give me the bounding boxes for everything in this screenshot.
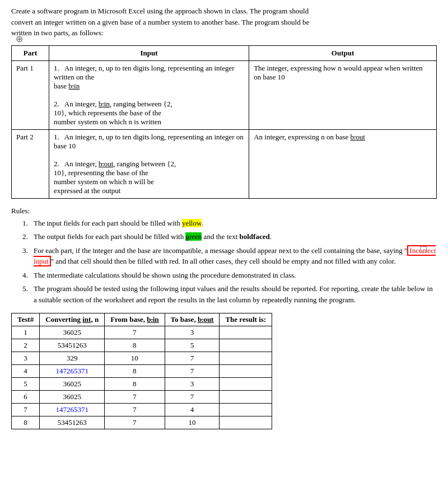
yellow-highlight: yellow: [182, 219, 202, 227]
table-row: Part 2 1. An integer, n, up to ten digit…: [12, 129, 437, 198]
n-value: 53451263: [40, 416, 105, 429]
result-value: [220, 326, 272, 339]
from-base: 8: [105, 365, 165, 378]
rule-1: 1. The input fields for each part should…: [22, 218, 437, 229]
to-base: 7: [165, 365, 220, 378]
part2-input: 1. An integer, n, up to ten digits long,…: [49, 129, 249, 198]
n-value: 53451263: [40, 339, 105, 352]
result-row-1: 1 36025 7 3: [12, 326, 272, 339]
n-value: 36025: [40, 391, 105, 404]
result-value: [220, 378, 272, 391]
n-value: 36025: [40, 378, 105, 391]
to-base: 10: [165, 416, 220, 429]
from-base: 8: [105, 339, 165, 352]
test-num: 7: [12, 404, 40, 416]
intro-line2: convert an integer written on a given ba…: [11, 18, 309, 26]
col-converting: Converting int, n: [40, 313, 105, 326]
from-base: 7: [105, 404, 165, 416]
rule-2: 2. The output fields for each part shoul…: [22, 231, 437, 242]
b-in-ref1: b.in: [68, 82, 80, 90]
result-value: [220, 365, 272, 378]
part2-output: An integer, expressing n on base b.out: [249, 129, 437, 198]
result-value: [220, 352, 272, 365]
from-base: 10: [105, 352, 165, 365]
n-value: 329: [40, 352, 105, 365]
header-part: Part: [12, 45, 49, 60]
col-from: From base, b.in: [105, 313, 165, 326]
drag-handle[interactable]: ⊕: [16, 34, 23, 44]
result-value: [220, 416, 272, 429]
result-row-4: 4 147265371 8 7: [12, 365, 272, 378]
b-out-ref1: b.out: [99, 160, 113, 168]
test-num: 2: [12, 339, 40, 352]
n-value: 36025: [40, 326, 105, 339]
test-num: 8: [12, 416, 40, 429]
part1-output: The integer, expressing how n would appe…: [249, 60, 437, 129]
header-input: Input: [49, 45, 249, 60]
result-row-6: 6 36025 7 7: [12, 391, 272, 404]
rules-list: 1. The input fields for each part should…: [11, 218, 437, 306]
results-header-row: Test# Converting int, n From base, b.in …: [12, 313, 272, 326]
results-section: Test# Converting int, n From base, b.in …: [11, 313, 437, 429]
to-base: 4: [165, 404, 220, 416]
test-num: 3: [12, 352, 40, 365]
to-base: 7: [165, 352, 220, 365]
to-base: 7: [165, 391, 220, 404]
part2-label: Part 2: [12, 129, 49, 198]
result-value: [220, 404, 272, 416]
result-value: [220, 391, 272, 404]
part1-label: Part 1: [12, 60, 49, 129]
to-base: 3: [165, 326, 220, 339]
b-out-ref2: b.out: [351, 133, 365, 141]
result-row-7: 7 147265371 7 4: [12, 404, 272, 416]
to-base: 3: [165, 378, 220, 391]
table-row: Part 1 1. An integer, n, up to ten digit…: [12, 60, 437, 129]
header-output: Output: [249, 45, 437, 60]
result-row-3: 3 329 10 7: [12, 352, 272, 365]
rule-4: 4. The intermediate calculations should …: [22, 270, 437, 281]
rule-3: 3. For each part, if the integer and the…: [22, 245, 437, 267]
rules-section: Rules: 1. The input fields for each part…: [11, 207, 437, 306]
result-row-5: 5 36025 8 3: [12, 378, 272, 391]
test-num: 5: [12, 378, 40, 391]
intro-paragraph: Create a software program in Microsoft E…: [11, 6, 437, 39]
from-base: 8: [105, 378, 165, 391]
test-num: 4: [12, 365, 40, 378]
green-highlight: green: [185, 232, 202, 241]
from-base: 7: [105, 326, 165, 339]
results-table: Test# Converting int, n From base, b.in …: [11, 313, 272, 429]
spec-table: Part Input Output Part 1 1. An integer, …: [11, 45, 437, 199]
rules-title: Rules:: [11, 207, 437, 216]
part1-input: 1. An integer, n, up to ten digits long,…: [49, 60, 249, 129]
col-test: Test#: [12, 313, 40, 326]
result-row-8: 8 53451263 7 10: [12, 416, 272, 429]
col-to: To base, b.out: [165, 313, 220, 326]
incorrect-input-example: Incorrect input: [34, 245, 436, 267]
col-result: The result is:: [220, 313, 272, 326]
n-value: 147265371: [40, 365, 105, 378]
test-num: 1: [12, 326, 40, 339]
result-value: [220, 339, 272, 352]
b-in-ref2: b.in: [99, 100, 110, 108]
result-row-2: 2 53451263 8 5: [12, 339, 272, 352]
n-value: 147265371: [40, 404, 105, 416]
rule-5: 5. The program should be tested using th…: [22, 283, 437, 305]
intro-line3: written in two parts, as follows:: [11, 29, 104, 37]
intro-line1: Create a software program in Microsoft E…: [11, 7, 309, 15]
from-base: 7: [105, 416, 165, 429]
to-base: 5: [165, 339, 220, 352]
test-num: 6: [12, 391, 40, 404]
from-base: 7: [105, 391, 165, 404]
